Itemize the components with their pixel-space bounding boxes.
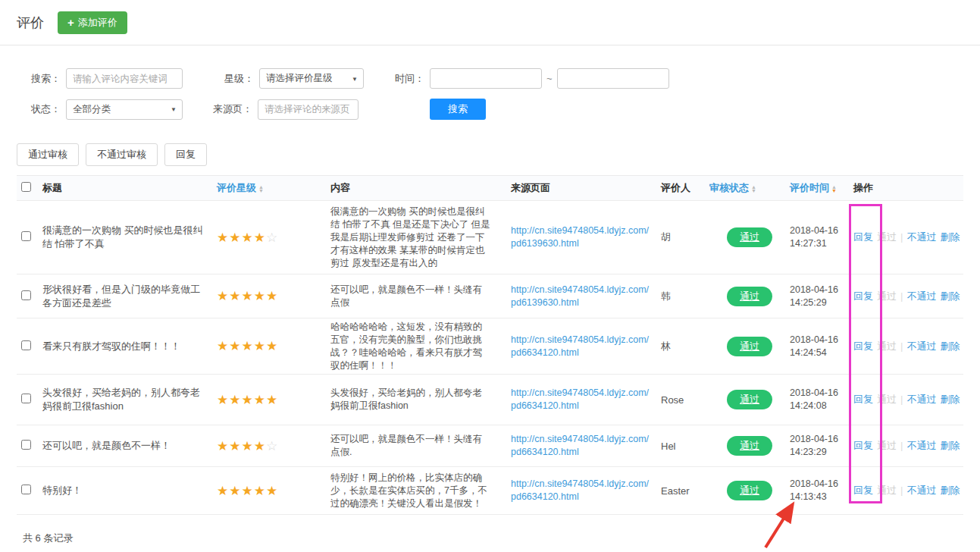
row-checkbox[interactable]	[21, 485, 31, 494]
row-checkbox[interactable]	[21, 394, 31, 403]
time-filter: 时间： ~	[393, 68, 669, 89]
star-empty-icon: ☆	[266, 231, 278, 245]
time-from-input[interactable]	[430, 68, 542, 89]
row-checkbox[interactable]	[21, 340, 31, 350]
row-checkbox[interactable]	[21, 290, 31, 300]
status-select-value: 全部分类	[73, 103, 111, 116]
reply-link[interactable]: 回复	[853, 440, 873, 451]
star-icon: ★★★★	[217, 439, 266, 453]
col-status-label: 审核状态	[709, 182, 749, 193]
status-cell: 通过	[709, 390, 790, 409]
approve-link[interactable]: 通过	[877, 485, 897, 496]
review-content: 哈哈哈哈哈哈，这短发，没有精致的五官，没有完美的脸型，你们也敢挑战？？哇哈哈哈哈…	[330, 321, 511, 372]
reply-link[interactable]: 回复	[853, 290, 873, 302]
star-filter: 星级： 请选择评价星级 ▼	[222, 68, 364, 89]
col-stars-label: 评价星级	[217, 182, 256, 193]
review-content: 特别好！网上的价格，比实体店的确少，长款是在实体店买的，7千多，不过的确漂亮！关…	[330, 472, 511, 510]
filter-row-1: 搜索： 星级： 请选择评价星级 ▼ 时间： ~	[17, 68, 963, 89]
page-header: 评价 +添加评价	[0, 0, 980, 45]
reply-link[interactable]: 回复	[853, 485, 873, 496]
ops-separator: |	[900, 231, 903, 243]
star-icon: ★★★★	[217, 231, 266, 245]
reject-link[interactable]: 不通过	[906, 231, 936, 243]
ops-cell: 回复通过|不通过删除	[853, 231, 974, 244]
search-button[interactable]: 搜索	[430, 99, 486, 120]
reply-link[interactable]: 回复	[853, 340, 873, 352]
source-label: 来源页：	[213, 102, 252, 116]
row-checkbox[interactable]	[21, 440, 31, 450]
source-url[interactable]: http://cn.site94748054.ldyjz.com/pd66341…	[511, 478, 661, 503]
keyword-input[interactable]	[66, 68, 183, 89]
delete-link[interactable]: 删除	[940, 340, 960, 352]
status-select[interactable]: 全部分类 ▼	[66, 99, 183, 120]
star-select-value: 请选择评价星级	[266, 72, 333, 85]
ops-cell: 回复通过|不通过删除	[853, 439, 974, 453]
bulk-reply-button[interactable]: 回复	[164, 143, 207, 166]
review-time: 2018-04-16 14:25:29	[790, 284, 853, 309]
approve-link[interactable]: 通过	[877, 231, 897, 243]
review-title: 还可以吧，就是颜色不一样！	[42, 439, 217, 453]
table-row: 还可以吧，就是颜色不一样！ ★★★★☆ 还可以吧，就是颜色不一样！头缝有点假. …	[17, 425, 963, 467]
record-count: 共 6 条记录	[0, 515, 980, 545]
col-time[interactable]: 评价时间▲▼	[790, 181, 853, 195]
chevron-down-icon: ▼	[352, 75, 358, 82]
reject-link[interactable]: 不通过	[906, 290, 936, 302]
col-stars[interactable]: 评价星级▲▼	[217, 181, 330, 195]
delete-link[interactable]: 删除	[940, 485, 960, 496]
ops-cell: 回复通过|不通过删除	[853, 290, 974, 303]
source-input[interactable]	[258, 99, 358, 120]
source-url[interactable]: http://cn.site94748054.ldyjz.com/pd61396…	[511, 224, 661, 250]
star-label: 星级：	[222, 72, 254, 86]
star-select[interactable]: 请选择评价星级 ▼	[259, 68, 364, 89]
review-content: 头发很好，买给老妈的，别人都夸老妈很前卫很fashion	[330, 387, 511, 412]
delete-link[interactable]: 删除	[940, 440, 960, 451]
bulk-pass-button[interactable]: 通过审核	[17, 143, 79, 166]
source-filter: 来源页：	[213, 99, 358, 120]
bulk-fail-button[interactable]: 不通过审核	[86, 143, 158, 166]
col-status[interactable]: 审核状态▲▼	[709, 181, 790, 195]
review-time: 2018-04-16 14:13:43	[790, 478, 853, 503]
table-row: 特别好！ ★★★★★ 特别好！网上的价格，比实体店的确少，长款是在实体店买的，7…	[17, 467, 963, 515]
select-all-checkbox[interactable]	[21, 182, 31, 192]
reviewer-name: Hel	[661, 441, 709, 452]
star-empty-icon: ☆	[266, 439, 278, 453]
source-url[interactable]: http://cn.site94748054.ldyjz.com/pd66341…	[511, 433, 661, 459]
reject-link[interactable]: 不通过	[906, 340, 936, 352]
add-review-label: 添加评价	[78, 16, 117, 30]
status-cell: 通过	[709, 227, 790, 247]
status-cell: 通过	[709, 337, 790, 356]
approve-link[interactable]: 通过	[877, 340, 897, 352]
row-checkbox[interactable]	[21, 231, 31, 241]
add-review-button[interactable]: +添加评价	[58, 11, 127, 34]
reply-link[interactable]: 回复	[853, 394, 873, 405]
time-label: 时间：	[393, 72, 424, 86]
ops-separator: |	[900, 394, 903, 405]
source-url[interactable]: http://cn.site94748054.ldyjz.com/pd61396…	[511, 284, 661, 309]
delete-link[interactable]: 删除	[940, 290, 960, 302]
keyword-label: 搜索：	[29, 72, 61, 86]
col-time-label: 评价时间	[790, 182, 829, 193]
review-title: 看来只有朕才驾驭的住啊！！！	[42, 340, 217, 353]
table-row: 形状很好看，但是入门级的毕竟做工各方面还是差些 ★★★★★ 还可以吧，就是颜色不…	[17, 274, 963, 318]
sort-icon: ▲▼	[831, 185, 837, 193]
reject-link[interactable]: 不通过	[906, 485, 936, 496]
reply-link[interactable]: 回复	[853, 231, 873, 243]
col-reviewer: 评价人	[661, 181, 709, 195]
source-url[interactable]: http://cn.site94748054.ldyjz.com/pd66341…	[511, 334, 661, 359]
ops-cell: 回复通过|不通过删除	[853, 484, 974, 497]
time-to-input[interactable]	[557, 68, 669, 89]
approve-link[interactable]: 通过	[877, 394, 897, 405]
table-header: 标题 评价星级▲▼ 内容 来源页面 评价人 审核状态▲▼ 评价时间▲▼ 操作	[17, 175, 963, 201]
source-url[interactable]: http://cn.site94748054.ldyjz.com/pd66341…	[511, 387, 661, 412]
approve-link[interactable]: 通过	[877, 290, 897, 302]
status-badge: 通过	[727, 287, 772, 306]
reject-link[interactable]: 不通过	[906, 440, 936, 451]
table-row: 很满意的一次购物 买的时候也是很纠结 怕带了不真 ★★★★☆ 很满意的一次购物 …	[17, 201, 963, 274]
reject-link[interactable]: 不通过	[906, 394, 936, 405]
filter-panel: 搜索： 星级： 请选择评价星级 ▼ 时间： ~ 状态： 全部分类 ▼ 来源页：	[0, 45, 980, 142]
ops-separator: |	[900, 340, 903, 352]
delete-link[interactable]: 删除	[940, 231, 960, 243]
delete-link[interactable]: 删除	[940, 394, 960, 405]
approve-link[interactable]: 通过	[877, 440, 897, 451]
review-title: 形状很好看，但是入门级的毕竟做工各方面还是差些	[42, 283, 217, 310]
